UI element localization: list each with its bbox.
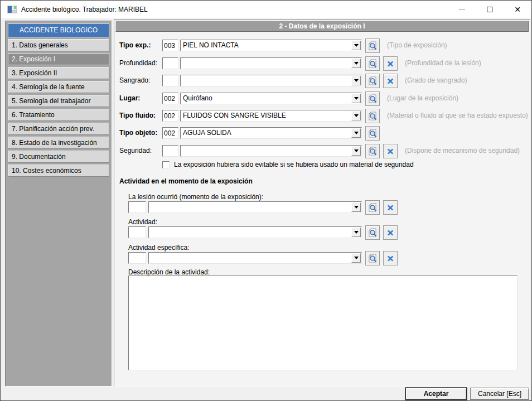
clear-button[interactable]: ✕	[383, 56, 398, 71]
search-button[interactable]	[365, 251, 380, 265]
clear-button[interactable]: ✕	[383, 200, 398, 215]
close-button[interactable]: ✕	[504, 1, 531, 18]
evitable-checkbox[interactable]	[162, 161, 170, 168]
field-row-actividad: ✕	[114, 225, 530, 240]
field-label: Tipo fluido:	[119, 112, 156, 119]
field-label: Profundidad:	[119, 59, 157, 67]
field-row-seguridad: Seguridad: ✕ (Dispone de mecanismo de se…	[114, 144, 530, 158]
search-button[interactable]	[365, 56, 380, 71]
clear-button[interactable]: ✕	[383, 74, 398, 88]
clear-button[interactable]: ✕	[383, 144, 398, 158]
search-icon	[367, 111, 378, 121]
combo-lugar[interactable]: Quirófano	[180, 93, 362, 104]
code-input[interactable]	[162, 110, 178, 122]
combo-actividad-especifica[interactable]	[148, 252, 362, 264]
search-button[interactable]	[365, 38, 380, 53]
code-input[interactable]	[128, 252, 146, 264]
code-input[interactable]	[162, 57, 178, 69]
dropdown-arrow-icon[interactable]	[351, 76, 361, 85]
dropdown-arrow-icon[interactable]	[351, 59, 361, 68]
actividad-label: Actividad:	[128, 218, 157, 226]
code-input[interactable]	[128, 226, 146, 238]
clear-icon: ✕	[387, 229, 394, 237]
accept-button[interactable]: Aceptar	[405, 388, 467, 400]
sidebar-header: ACCIDENTE BIOLOGICO	[8, 23, 109, 37]
search-icon	[367, 228, 378, 238]
field-hint: (Profundidad de la lesión)	[405, 59, 481, 67]
dropdown-arrow-icon[interactable]	[351, 41, 361, 50]
search-icon	[367, 76, 378, 86]
search-icon	[367, 59, 378, 69]
combo-tipo-exp[interactable]: PIEL NO INTACTA	[180, 40, 362, 51]
field-row-sangrado: Sangrado: ✕ (Grado de sangrado)	[114, 74, 530, 88]
sidebar-item-documentacion[interactable]: 9. Documentación	[8, 151, 109, 163]
field-label: Seguridad:	[119, 147, 152, 154]
field-label: Tipo exp.:	[119, 41, 151, 49]
field-row-tipo-objeto: Tipo objeto: AGUJA SÓLIDA	[114, 126, 530, 141]
sidebar-item-exposicion-2[interactable]: 3. Exposición II	[8, 67, 109, 79]
dropdown-arrow-icon[interactable]	[351, 111, 361, 120]
dropdown-arrow-icon[interactable]	[351, 253, 361, 263]
code-input[interactable]	[162, 40, 178, 51]
search-icon	[367, 128, 378, 138]
search-button[interactable]	[365, 109, 380, 123]
field-hint: (Material o fluido al que se ha estado e…	[387, 112, 528, 119]
clear-icon: ✕	[387, 77, 394, 85]
combo-value: FLUIDOS CON SANGRE VISIBLE	[183, 112, 350, 119]
code-input[interactable]	[162, 93, 178, 104]
sidebar-item-planificacion[interactable]: 7. Planificación acción prev.	[8, 123, 109, 135]
sidebar-item-exposicion-1[interactable]: 2. Exposición I	[8, 53, 109, 65]
search-icon	[367, 202, 378, 212]
maximize-button[interactable]	[476, 1, 504, 18]
search-button[interactable]	[365, 225, 380, 240]
sidebar-item-serologia-fuente[interactable]: 4. Serología de la fuente	[8, 81, 109, 93]
field-row-tipo-fluido: Tipo fluido: FLUIDOS CON SANGRE VISIBLE …	[114, 109, 530, 123]
clear-button[interactable]: ✕	[383, 225, 398, 240]
field-row-tipo-exp: Tipo exp.: PIEL NO INTACTA (Tipo de expo…	[114, 38, 530, 53]
sidebar-item-serologia-trabajador[interactable]: 5. Serología del trabajador	[8, 95, 109, 107]
description-textarea[interactable]	[128, 276, 518, 370]
window-controls: ✕	[448, 1, 531, 18]
clear-icon: ✕	[387, 60, 394, 68]
search-button[interactable]	[365, 144, 380, 158]
combo-value: AGUJA SÓLIDA	[183, 129, 350, 137]
combo-actividad[interactable]	[148, 226, 362, 238]
combo-seguridad[interactable]	[180, 145, 362, 157]
search-icon	[367, 94, 378, 104]
window: Accidente biológico. Trabajador: MARIBEL…	[0, 0, 532, 401]
combo-profundidad[interactable]	[180, 57, 362, 69]
field-row-profundidad: Profundidad: ✕ (Profundidad de la lesión…	[114, 56, 530, 71]
field-row-actividad-especifica: ✕	[114, 251, 530, 265]
code-input[interactable]	[162, 127, 178, 139]
dropdown-arrow-icon[interactable]	[351, 128, 361, 138]
code-input[interactable]	[162, 145, 178, 157]
sidebar-item-costes[interactable]: 10. Costes económicos	[8, 165, 109, 177]
search-icon	[367, 41, 378, 51]
combo-lesion-ocurrio[interactable]	[148, 201, 362, 213]
dropdown-arrow-icon[interactable]	[351, 228, 361, 237]
field-hint: (Lugar de la exposición)	[387, 94, 458, 102]
dropdown-arrow-icon[interactable]	[351, 94, 361, 103]
combo-tipo-fluido[interactable]: FLUIDOS CON SANGRE VISIBLE	[180, 110, 362, 122]
close-icon: ✕	[514, 6, 521, 13]
description-label: Descripción de la actividad:	[128, 268, 210, 276]
sidebar-item-datos-generales[interactable]: 1. Datos generales	[8, 39, 109, 51]
sidebar-item-estado-investigacion[interactable]: 8. Estado de la investigación	[8, 137, 109, 149]
combo-sangrado[interactable]	[180, 75, 362, 86]
dropdown-arrow-icon[interactable]	[351, 146, 361, 156]
code-input[interactable]	[128, 201, 146, 213]
code-input[interactable]	[162, 75, 178, 86]
titlebar: Accidente biológico. Trabajador: MARIBEL…	[1, 1, 531, 18]
search-button[interactable]	[365, 200, 380, 215]
combo-tipo-objeto[interactable]: AGUJA SÓLIDA	[180, 127, 362, 139]
field-hint: (Tipo de exposición)	[387, 41, 447, 49]
cancel-button[interactable]: Cancelar [Esc]	[470, 388, 529, 400]
search-button[interactable]	[365, 74, 380, 88]
minimize-button[interactable]	[448, 1, 476, 18]
combo-value: PIEL NO INTACTA	[183, 41, 350, 49]
clear-button[interactable]: ✕	[383, 251, 398, 265]
dropdown-arrow-icon[interactable]	[351, 202, 361, 212]
search-button[interactable]	[365, 126, 380, 141]
search-button[interactable]	[365, 91, 380, 106]
sidebar-item-tratamiento[interactable]: 6. Tratamiento	[8, 109, 109, 121]
